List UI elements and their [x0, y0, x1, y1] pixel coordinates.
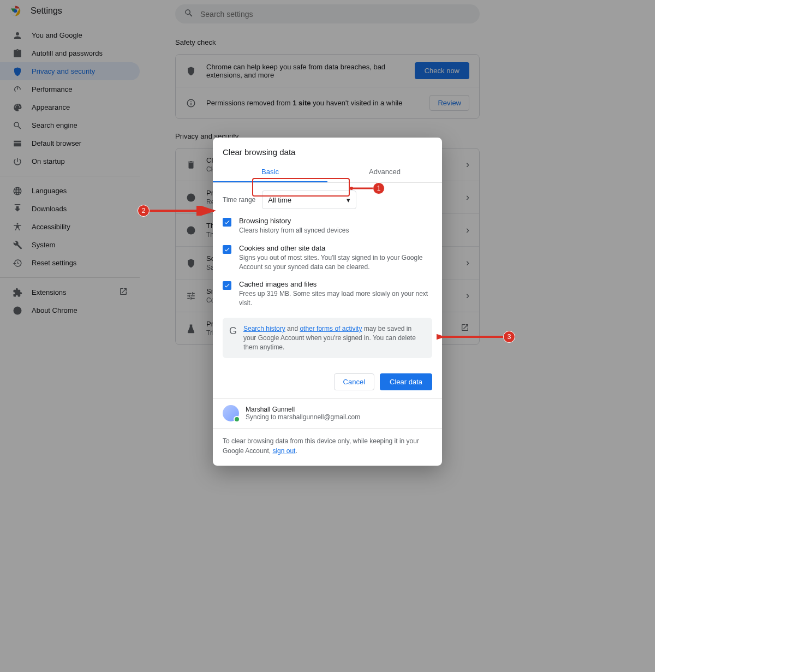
chk-sub: Clears history from all synced devices — [239, 226, 432, 235]
search-history-link[interactable]: Search history — [243, 325, 285, 332]
cancel-button[interactable]: Cancel — [334, 373, 374, 390]
profile-sync: Syncing to marshallgunnell@gmail.com — [246, 413, 360, 421]
chk-sub: Frees up 319 MB. Some sites may load mor… — [239, 289, 432, 308]
chk-title: Browsing history — [239, 217, 432, 225]
other-activity-link[interactable]: other forms of activity — [300, 325, 362, 332]
profile-row: Marshall Gunnell Syncing to marshallgunn… — [213, 398, 442, 428]
time-range-label: Time range — [223, 196, 255, 204]
chk-sub: Signs you out of most sites. You'll stay… — [239, 253, 432, 272]
profile-name: Marshall Gunnell — [246, 406, 360, 413]
avatar — [223, 405, 239, 421]
checkbox-browsing-history[interactable] — [223, 218, 231, 227]
time-range-select[interactable]: All time ▾ — [262, 191, 356, 209]
clear-data-button[interactable]: Clear data — [380, 373, 432, 390]
clear-browsing-data-dialog: Clear browsing data Basic Advanced Time … — [213, 138, 442, 466]
tab-basic[interactable]: Basic — [213, 162, 327, 182]
sign-out-link[interactable]: sign out — [272, 447, 295, 455]
time-range-value: All time — [268, 196, 291, 204]
info-box: G Search history and other forms of acti… — [223, 318, 432, 358]
tab-advanced[interactable]: Advanced — [327, 162, 442, 182]
dialog-title: Clear browsing data — [213, 138, 442, 162]
checkbox-cached[interactable] — [223, 281, 231, 290]
sync-status-icon — [234, 416, 240, 423]
checkbox-cookies[interactable] — [223, 245, 231, 254]
footer-note: To clear browsing data from this device … — [213, 428, 442, 466]
chk-title: Cached images and files — [239, 280, 432, 288]
chevron-down-icon: ▾ — [347, 196, 350, 204]
google-g-icon: G — [229, 324, 237, 352]
chk-title: Cookies and other site data — [239, 244, 432, 252]
